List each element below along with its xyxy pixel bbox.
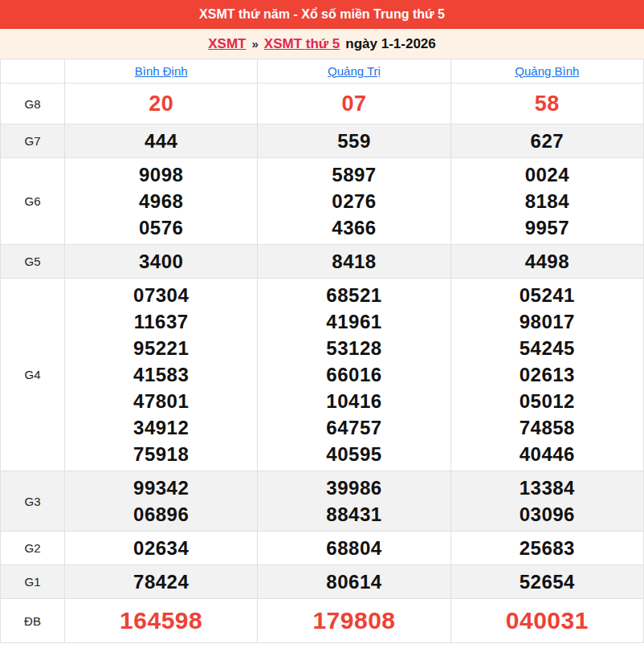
prize-number: 0576 — [65, 214, 257, 241]
breadcrumb-link-xsmt[interactable]: XSMT — [208, 36, 246, 52]
prize-number: 4968 — [65, 188, 257, 214]
prize-number: 40446 — [451, 441, 643, 467]
prize-number: 88431 — [258, 501, 450, 528]
prize-row-g5: G5340084184498 — [1, 245, 644, 279]
prize-number: 66016 — [258, 361, 450, 388]
prize-row-g6: G6909849680576589702764366002481849957 — [1, 158, 644, 245]
prize-number: 05241 — [451, 282, 643, 308]
prize-number: 07 — [258, 87, 450, 120]
result-cell-g8-col2: 58 — [450, 84, 643, 124]
results-table-body: G8200758G7444559627G69098496805765897027… — [1, 84, 644, 643]
prize-number: 54245 — [451, 335, 643, 361]
prize-number: 41961 — [258, 308, 450, 335]
result-cell-g1-col2: 52654 — [450, 565, 643, 599]
prize-row-g2: G2026346880425683 — [1, 532, 644, 565]
prize-number: 98017 — [451, 308, 643, 335]
prize-number: 02613 — [451, 361, 643, 388]
prize-number: 40595 — [258, 441, 450, 467]
column-header-quang-tri: Quảng Trị — [258, 59, 450, 84]
prize-label-db: ĐB — [1, 599, 65, 643]
page-title: XSMT thứ năm - Xổ số miền Trung thứ 5 — [199, 7, 445, 22]
breadcrumb: XSMT » XSMT thứ 5 ngày 1-1-2026 — [0, 29, 644, 59]
prize-label-g4: G4 — [1, 279, 65, 471]
result-cell-g2-col1: 68804 — [258, 532, 450, 565]
prize-row-g7: G7444559627 — [1, 124, 644, 158]
prize-number: 74858 — [451, 414, 643, 441]
prize-number: 040031 — [451, 602, 643, 639]
prize-number: 444 — [65, 128, 257, 154]
result-cell-g1-col1: 80614 — [258, 565, 450, 599]
prize-number: 627 — [451, 128, 643, 154]
province-link-binh-dinh[interactable]: Bình Định — [135, 64, 188, 78]
prize-number: 179808 — [258, 602, 450, 639]
prize-number: 53128 — [258, 335, 450, 361]
prize-label-g5: G5 — [1, 245, 65, 279]
prize-label-g2: G2 — [1, 532, 65, 565]
prize-number: 58 — [451, 87, 643, 120]
result-cell-g4-col2: 05241980175424502613050127485840446 — [450, 279, 643, 471]
prize-number: 11637 — [65, 308, 257, 335]
prize-number: 20 — [65, 87, 257, 120]
breadcrumb-link-xsmt-thu-5[interactable]: XSMT thứ 5 — [264, 36, 340, 52]
column-header-binh-dinh: Bình Định — [65, 59, 258, 84]
prize-number: 559 — [258, 128, 450, 154]
result-cell-db-col2: 040031 — [450, 599, 643, 643]
prize-label-g6: G6 — [1, 158, 65, 245]
result-cell-g3-col0: 9934206896 — [65, 471, 258, 532]
prize-number: 03096 — [451, 501, 643, 528]
prize-row-g3: G3993420689639986884311338403096 — [1, 471, 644, 532]
prize-number: 64757 — [258, 414, 450, 441]
prize-row-db: ĐB164598179808040031 — [1, 599, 644, 643]
result-cell-g7-col2: 627 — [450, 124, 643, 158]
prize-number: 5897 — [258, 161, 450, 188]
result-cell-g3-col2: 1338403096 — [450, 471, 643, 532]
result-cell-g3-col1: 3998688431 — [258, 471, 450, 532]
result-cell-db-col0: 164598 — [65, 599, 258, 643]
prize-number: 02634 — [65, 535, 257, 561]
prize-label-g1: G1 — [1, 565, 65, 599]
prize-row-g8: G8200758 — [1, 84, 644, 124]
result-cell-g7-col1: 559 — [258, 124, 450, 158]
result-cell-g6-col0: 909849680576 — [65, 158, 258, 245]
result-cell-g6-col1: 589702764366 — [258, 158, 450, 245]
prize-number: 164598 — [65, 602, 257, 639]
result-cell-g8-col1: 07 — [258, 84, 450, 124]
title-bar: XSMT thứ năm - Xổ số miền Trung thứ 5 — [0, 0, 644, 29]
prize-number: 41583 — [65, 361, 257, 388]
prize-number: 8418 — [258, 248, 450, 275]
prize-number: 47801 — [65, 388, 257, 414]
prize-number: 0024 — [451, 161, 643, 188]
prize-number: 95221 — [65, 335, 257, 361]
result-cell-g4-col1: 68521419615312866016104166475740595 — [258, 279, 450, 471]
result-cell-g5-col0: 3400 — [65, 245, 258, 279]
result-cell-g2-col2: 25683 — [450, 532, 643, 565]
column-header-row: Bình Định Quảng Trị Quảng Bình — [1, 59, 644, 84]
result-cell-g2-col0: 02634 — [65, 532, 258, 565]
province-link-quang-binh[interactable]: Quảng Bình — [515, 64, 579, 78]
prize-number: 07304 — [65, 282, 257, 308]
prize-number: 52654 — [451, 568, 643, 595]
prize-row-g4: G407304116379522141583478013491275918685… — [1, 279, 644, 471]
prize-number: 75918 — [65, 441, 257, 467]
result-cell-g5-col2: 4498 — [450, 245, 643, 279]
prize-label-g3: G3 — [1, 471, 65, 532]
breadcrumb-date: ngày 1-1-2026 — [345, 36, 435, 52]
prize-number: 68804 — [258, 535, 450, 561]
prize-number: 99342 — [65, 475, 257, 501]
prize-number: 4498 — [451, 248, 643, 275]
result-cell-g5-col1: 8418 — [258, 245, 450, 279]
result-cell-g4-col0: 07304116379522141583478013491275918 — [65, 279, 258, 471]
prize-number: 80614 — [258, 568, 450, 595]
prize-label-g7: G7 — [1, 124, 65, 158]
column-header-quang-binh: Quảng Bình — [450, 59, 643, 84]
result-cell-g8-col0: 20 — [65, 84, 258, 124]
prize-number: 9098 — [65, 161, 257, 188]
prize-number: 06896 — [65, 501, 257, 528]
province-link-quang-tri[interactable]: Quảng Trị — [328, 64, 381, 78]
prize-number: 10416 — [258, 388, 450, 414]
prize-number: 39986 — [258, 475, 450, 501]
prize-number: 78424 — [65, 568, 257, 595]
result-cell-g6-col2: 002481849957 — [450, 158, 643, 245]
result-cell-g1-col0: 78424 — [65, 565, 258, 599]
result-cell-g7-col0: 444 — [65, 124, 258, 158]
